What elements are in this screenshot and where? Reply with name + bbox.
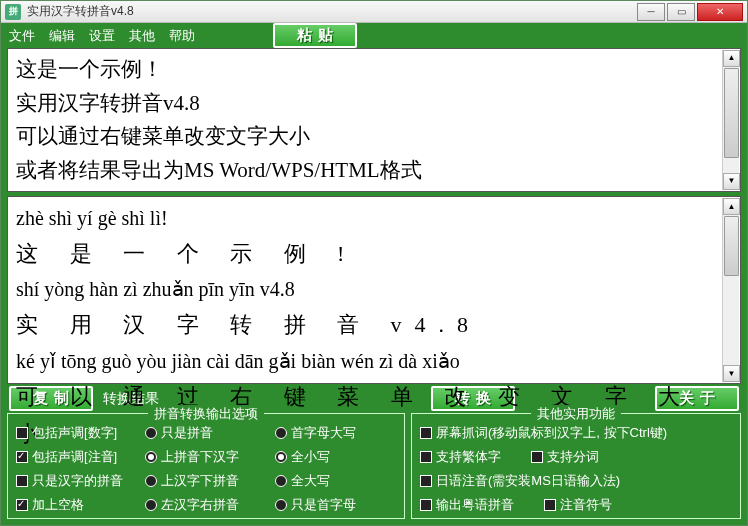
input-textbox[interactable]: 这是一个示例！ 实用汉字转拼音v4.8 可以通过右键菜单改变文字大小 或者将结果… — [7, 48, 741, 192]
output-pinyin: zhè shì yí gè shì lì! — [16, 201, 732, 235]
opt-traditional[interactable]: 支持繁体字 — [420, 448, 501, 466]
menu-other[interactable]: 其他 — [129, 27, 155, 45]
menubar: 文件 编辑 设置 其他 帮助 粘贴 — [1, 23, 747, 48]
scroll-down-icon[interactable]: ▼ — [723, 365, 740, 382]
output-textbox[interactable]: zhè shì yí gè shì lì! 这 是 一 个 示 例 ! shí … — [7, 196, 741, 384]
opt-uppercase[interactable]: 全大写 — [275, 472, 396, 490]
output-pinyin: shí yòng hàn zì zhuǎn pīn yīn v4.8 — [16, 272, 732, 306]
opt-hanzi-above[interactable]: 上汉字下拼音 — [145, 472, 266, 490]
menu-file[interactable]: 文件 — [9, 27, 35, 45]
scroll-thumb[interactable] — [724, 68, 739, 158]
scroll-thumb[interactable] — [724, 216, 739, 276]
menu-edit[interactable]: 编辑 — [49, 27, 75, 45]
scrollbar[interactable]: ▲ ▼ — [722, 198, 739, 382]
opt-lowercase[interactable]: 全小写 — [275, 448, 396, 466]
maximize-button[interactable]: ▭ — [667, 3, 695, 21]
menu-settings[interactable]: 设置 — [89, 27, 115, 45]
app-icon: 拼 — [5, 4, 21, 20]
close-button[interactable]: ✕ — [697, 3, 743, 21]
scroll-up-icon[interactable]: ▲ — [723, 50, 740, 67]
input-line: 实用汉字转拼音v4.8 — [16, 87, 732, 121]
output-pinyin: ké yǐ tōng guò yòu jiàn cài dān gǎi biàn… — [16, 344, 732, 378]
opt-hanzi-left[interactable]: 左汉字右拼音 — [145, 496, 266, 514]
menu-help[interactable]: 帮助 — [169, 27, 195, 45]
output-hanzi: 实 用 汉 字 转 拼 音 v4.8 — [16, 306, 732, 343]
pinyin-options-panel: 拼音转换输出选项 包括声调[数字] 包括声调[注音] 只是汉字的拼音 加上空格 … — [7, 413, 405, 519]
scroll-down-icon[interactable]: ▼ — [723, 173, 740, 190]
panel-legend: 其他实用功能 — [531, 405, 621, 423]
paste-button[interactable]: 粘贴 — [273, 23, 357, 48]
input-line: 这是一个示例！ — [16, 53, 732, 87]
opt-add-space[interactable]: 加上空格 — [16, 496, 137, 514]
scroll-up-icon[interactable]: ▲ — [723, 198, 740, 215]
opt-only-hanzi-pinyin[interactable]: 只是汉字的拼音 — [16, 472, 137, 490]
opt-initials-only[interactable]: 只是首字母 — [275, 496, 396, 514]
opt-tone-mark[interactable]: 包括声调[注音] — [16, 448, 137, 466]
opt-only-pinyin[interactable]: 只是拼音 — [145, 424, 266, 442]
scrollbar[interactable]: ▲ ▼ — [722, 50, 739, 190]
opt-japanese[interactable]: 日语注音(需安装MS日语输入法) — [420, 472, 732, 490]
opt-pinyin-above[interactable]: 上拼音下汉字 — [145, 448, 266, 466]
window-title: 实用汉字转拼音v4.8 — [27, 3, 134, 20]
opt-cantonese[interactable]: 输出粤语拼音 — [420, 496, 514, 514]
opt-screen-grab[interactable]: 屏幕抓词(移动鼠标到汉字上, 按下Ctrl键) — [420, 424, 732, 442]
input-line: 或者将结果导出为MS Word/WPS/HTML格式 — [16, 154, 732, 188]
opt-word-seg[interactable]: 支持分词 — [531, 448, 599, 466]
other-functions-panel: 其他实用功能 屏幕抓词(移动鼠标到汉字上, 按下Ctrl键) 支持繁体字 支持分… — [411, 413, 741, 519]
titlebar: 拼 实用汉字转拼音v4.8 ─ ▭ ✕ — [1, 1, 747, 23]
panel-legend: 拼音转换输出选项 — [148, 405, 264, 423]
opt-initial-caps[interactable]: 首字母大写 — [275, 424, 396, 442]
opt-tone-number[interactable]: 包括声调[数字] — [16, 424, 137, 442]
minimize-button[interactable]: ─ — [637, 3, 665, 21]
input-line: 可以通过右键菜单改变文字大小 — [16, 120, 732, 154]
opt-zhuyin[interactable]: 注音符号 — [544, 496, 612, 514]
output-hanzi: 这 是 一 个 示 例 ! — [16, 235, 732, 272]
